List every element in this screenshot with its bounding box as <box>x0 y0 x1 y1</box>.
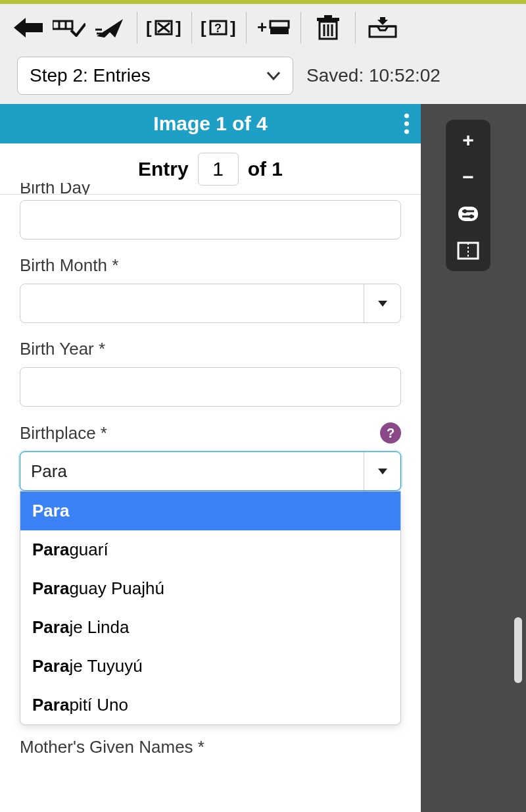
svg-text:[: [ <box>146 18 152 38</box>
birthplace-option[interactable]: Paraguay Puajhú <box>20 569 400 608</box>
delete-button[interactable] <box>308 11 348 45</box>
birthplace-option[interactable]: Paraje Tuyuyú <box>20 647 400 686</box>
batch-ok-button[interactable] <box>49 11 89 45</box>
svg-text:[: [ <box>201 18 206 38</box>
svg-marker-0 <box>14 18 43 38</box>
birthplace-option[interactable]: Parapití Uno <box>20 686 400 724</box>
birthplace-option[interactable]: Paraguarí <box>20 530 400 569</box>
svg-rect-17 <box>270 28 289 34</box>
birthplace-caret[interactable] <box>364 452 400 490</box>
toolbar-sep <box>246 12 247 43</box>
birthplace-dropdown: ParaParaguaríParaguay PuajhúParaje Linda… <box>20 491 401 725</box>
step-select-label: Step 2: Entries <box>30 65 151 86</box>
step-select[interactable]: Step 2: Entries <box>17 57 293 95</box>
svg-text:+: + <box>257 17 267 37</box>
birthplace-field: Birthplace * ? Para ParaParaguaríParagua… <box>20 422 401 725</box>
svg-rect-26 <box>458 207 478 221</box>
adjust-button[interactable] <box>455 203 481 225</box>
svg-point-28 <box>463 209 467 213</box>
birthplace-input[interactable]: Para <box>20 452 364 490</box>
svg-marker-25 <box>377 17 388 25</box>
image-bar-label: Image 1 of 4 <box>153 113 267 135</box>
birthplace-option[interactable]: Paraje Linda <box>20 608 400 647</box>
image-viewer[interactable]: + − <box>421 104 526 812</box>
mark-unreadable-button[interactable]: []? <box>199 11 239 45</box>
main-area: Image 1 of 4 Entry 1 of 1 Birth Day Birt… <box>0 104 526 812</box>
image-menu-button[interactable] <box>404 114 409 134</box>
split-view-button[interactable] <box>455 240 481 262</box>
toolbar: [] []? + <box>0 4 526 51</box>
zoom-out-button[interactable]: − <box>455 166 481 188</box>
entry-number-input[interactable]: 1 <box>198 153 239 186</box>
toolbar-sep <box>191 12 192 43</box>
saved-status: Saved: 10:52:02 <box>306 65 441 86</box>
help-icon[interactable]: ? <box>380 422 401 444</box>
mothers-given-label: Mother's Given Names * <box>20 737 401 757</box>
svg-rect-23 <box>324 15 332 18</box>
svg-rect-24 <box>370 26 396 37</box>
birth-month-label: Birth Month * <box>20 255 401 276</box>
chevron-down-icon <box>266 71 281 80</box>
birthplace-combobox[interactable]: Para <box>20 451 401 491</box>
svg-text:]: ] <box>176 18 181 38</box>
toolbar-sep <box>355 12 356 43</box>
form: Birth Day Birth Month * Birth Year * Bir… <box>0 183 421 757</box>
birth-day-input[interactable] <box>20 200 401 240</box>
svg-point-30 <box>469 215 473 218</box>
step-row: Step 2: Entries Saved: 10:52:02 <box>0 51 526 104</box>
entry-prefix: Entry <box>138 158 189 180</box>
birth-year-input[interactable] <box>20 367 401 407</box>
viewer-controls: + − <box>446 120 490 271</box>
svg-rect-16 <box>270 21 289 28</box>
birthplace-label: Birthplace * <box>20 423 107 444</box>
mark-blank-button[interactable]: [] <box>144 11 185 45</box>
birth-month-field: Birth Month * <box>20 255 401 323</box>
birth-month-select[interactable] <box>20 284 401 323</box>
toolbar-sep <box>137 12 137 43</box>
add-entry-button[interactable]: + <box>253 11 294 45</box>
form-panel: Image 1 of 4 Entry 1 of 1 Birth Day Birt… <box>0 104 421 812</box>
birth-year-label: Birth Year * <box>20 339 401 359</box>
birth-month-value <box>20 284 364 322</box>
viewer-scrollbar[interactable] <box>514 617 522 683</box>
zoom-in-button[interactable]: + <box>455 129 481 151</box>
svg-rect-1 <box>53 21 72 29</box>
birthplace-option[interactable]: Para <box>20 492 400 530</box>
birth-year-field: Birth Year * <box>20 339 401 407</box>
toolbar-sep <box>300 12 301 43</box>
entry-suffix: of 1 <box>248 158 283 180</box>
back-button[interactable] <box>8 11 49 45</box>
send-button[interactable] <box>89 11 130 45</box>
svg-text:]: ] <box>230 18 236 38</box>
image-bar: Image 1 of 4 <box>0 104 421 143</box>
birth-month-caret[interactable] <box>364 284 400 322</box>
inbox-button[interactable] <box>362 11 403 45</box>
birth-day-label: Birth Day <box>20 183 401 195</box>
svg-text:?: ? <box>214 22 222 35</box>
